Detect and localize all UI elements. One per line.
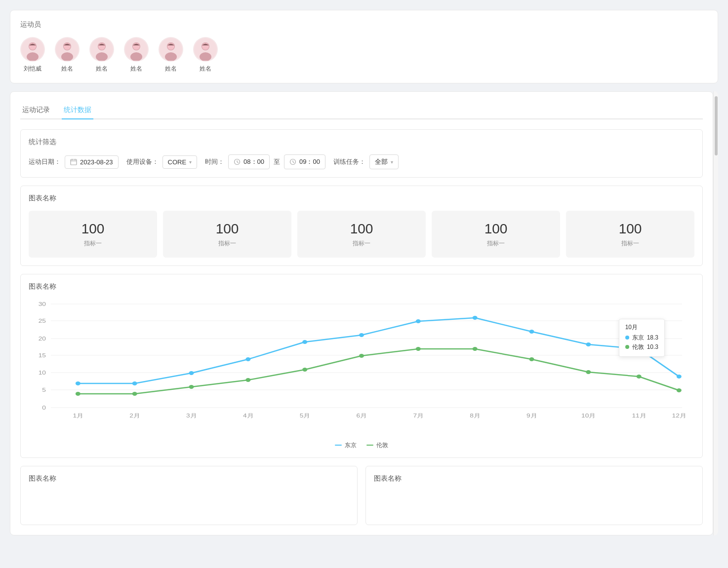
svg-point-77 <box>359 354 364 358</box>
svg-point-62 <box>189 371 194 375</box>
tab-stats-data[interactable]: 统计数据 <box>62 102 93 119</box>
time-end-input[interactable]: 09：00 <box>284 154 325 169</box>
metric-label-1: 指标一 <box>84 239 102 248</box>
metric-card-3: 100 指标一 <box>297 211 426 258</box>
clock-end-icon <box>289 158 296 165</box>
svg-text:12月: 12月 <box>672 413 687 418</box>
metric-card-5: 100 指标一 <box>566 211 694 258</box>
svg-text:11月: 11月 <box>632 413 646 418</box>
chart1-title: 图表名称 <box>29 194 694 203</box>
svg-point-78 <box>416 347 421 351</box>
time-start-input[interactable]: 08：00 <box>228 154 270 169</box>
tab-exercise-record[interactable]: 运动记录 <box>20 102 52 119</box>
legend-tokyo: 东京 <box>335 441 357 450</box>
scrollbar-track[interactable] <box>713 91 718 535</box>
chart2-title: 图表名称 <box>29 282 694 291</box>
svg-text:6月: 6月 <box>357 413 367 418</box>
tooltip-london-value: 10.3 <box>647 343 658 350</box>
time-separator: 至 <box>274 157 280 166</box>
avatar-1 <box>20 37 45 62</box>
svg-point-68 <box>529 330 534 334</box>
filter-title: 统计筛选 <box>29 138 694 147</box>
date-input[interactable]: 2023-08-23 <box>65 155 119 169</box>
svg-point-69 <box>586 342 591 346</box>
svg-point-64 <box>302 340 307 344</box>
tooltip-tokyo-dot <box>625 336 629 340</box>
svg-point-72 <box>76 392 81 396</box>
scrollbar-thumb[interactable] <box>715 96 718 155</box>
chart-tooltip: 10月 东京 18.3 伦敦 10.3 <box>619 319 665 357</box>
metrics-section: 图表名称 100 指标一 100 指标一 100 指标一 1 <box>20 186 703 266</box>
svg-point-75 <box>245 378 250 382</box>
device-label: 使用设备： <box>126 157 159 166</box>
time-end-value: 09：00 <box>299 157 320 166</box>
metric-value-4: 100 <box>485 221 508 237</box>
svg-point-60 <box>76 381 81 385</box>
line-chart-section: 图表名称 30 25 20 15 10 5 0 <box>20 274 703 458</box>
svg-point-71 <box>677 375 682 379</box>
svg-text:2月: 2月 <box>129 413 140 418</box>
svg-point-73 <box>132 392 137 396</box>
athletes-list: 刘恺威 姓名 <box>20 37 708 73</box>
svg-text:15: 15 <box>39 352 46 358</box>
athlete-name-2: 姓名 <box>61 65 73 73</box>
date-value: 2023-08-23 <box>80 158 113 166</box>
svg-text:20: 20 <box>39 336 46 341</box>
athlete-item-2[interactable]: 姓名 <box>55 37 80 73</box>
svg-point-67 <box>473 316 478 320</box>
svg-point-76 <box>302 368 307 372</box>
device-value: CORE <box>168 158 187 166</box>
athlete-name-5: 姓名 <box>165 65 177 73</box>
tooltip-london-row: 伦敦 10.3 <box>625 343 658 351</box>
metric-label-5: 指标一 <box>621 239 639 248</box>
tooltip-tokyo-row: 东京 18.3 <box>625 334 658 342</box>
svg-line-33 <box>293 162 294 163</box>
device-select[interactable]: CORE ▾ <box>162 155 198 169</box>
metric-card-4: 100 指标一 <box>432 211 560 258</box>
svg-point-79 <box>473 347 478 351</box>
avatar-5 <box>159 37 183 62</box>
athletes-section-title: 运动员 <box>20 20 708 29</box>
athlete-item-4[interactable]: 姓名 <box>124 37 149 73</box>
metric-value-2: 100 <box>216 221 239 237</box>
athlete-name-3: 姓名 <box>96 65 108 73</box>
svg-text:0: 0 <box>42 405 46 411</box>
athlete-item-3[interactable]: 姓名 <box>89 37 114 73</box>
athlete-item-6[interactable]: 姓名 <box>193 37 218 73</box>
avatar-6 <box>193 37 218 62</box>
date-label: 运动日期： <box>29 157 61 166</box>
svg-point-81 <box>586 370 591 374</box>
stats-main-card: 运动记录 统计数据 统计筛选 运动日期： <box>10 91 713 535</box>
filter-date: 运动日期： 2023-08-23 <box>29 155 119 169</box>
task-label: 训练任务： <box>333 157 365 166</box>
avatar-3 <box>89 37 114 62</box>
legend-london-line <box>366 445 373 446</box>
chart-legend: 东京 伦敦 <box>29 441 694 450</box>
svg-point-82 <box>637 375 642 379</box>
athlete-item-5[interactable]: 姓名 <box>159 37 183 73</box>
svg-text:10: 10 <box>39 370 46 376</box>
tab-bar: 运动记录 统计数据 <box>20 102 703 119</box>
svg-rect-24 <box>71 159 77 165</box>
svg-point-63 <box>245 357 250 361</box>
svg-text:1月: 1月 <box>73 413 83 418</box>
athlete-name-6: 姓名 <box>200 65 211 73</box>
time-label: 时间： <box>205 157 224 166</box>
tooltip-month: 10月 <box>625 323 658 332</box>
tooltip-london-label: 伦敦 <box>632 343 644 351</box>
chart3-title: 图表名称 <box>29 474 349 483</box>
svg-point-83 <box>677 388 682 392</box>
bottom-charts-row: 图表名称 图表名称 <box>20 466 703 525</box>
filter-device: 使用设备： CORE ▾ <box>126 155 198 169</box>
athletes-card: 运动员 刘恺威 <box>10 10 718 83</box>
metric-card-1: 100 指标一 <box>29 211 157 258</box>
metric-label-2: 指标一 <box>218 239 236 248</box>
task-select[interactable]: 全部 ▾ <box>369 154 399 169</box>
svg-text:5: 5 <box>42 387 46 393</box>
filter-row: 运动日期： 2023-08-23 <box>29 154 694 169</box>
filter-section: 统计筛选 运动日期： <box>20 129 703 178</box>
chart3-card: 图表名称 <box>20 466 358 525</box>
athlete-name-1: 刘恺威 <box>24 65 41 73</box>
athlete-item-1[interactable]: 刘恺威 <box>20 37 45 73</box>
svg-text:7月: 7月 <box>413 413 423 418</box>
